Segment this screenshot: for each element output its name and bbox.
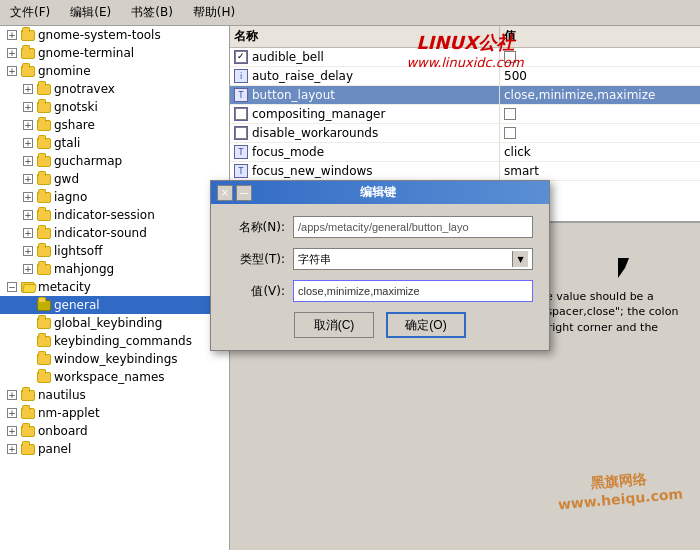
expander-metacity[interactable]: − [4,279,20,295]
folder-icon-general [36,297,52,313]
tree-item-gshare[interactable]: + gshare [0,116,229,134]
tree-item-gtali[interactable]: + gtali [0,134,229,152]
tree-item-general[interactable]: general [0,296,229,314]
row-name-text: focus_new_windows [252,164,373,178]
tree-label: window_keybindings [54,352,178,366]
tree-label: gnotski [54,100,98,114]
tree-label: general [54,298,100,312]
expander-gnome-terminal[interactable]: + [4,45,20,61]
menubar: 文件(F) 编辑(E) 书签(B) 帮助(H) [0,0,700,26]
tree-label: gnotravex [54,82,115,96]
tree-item-window-keybindings[interactable]: window_keybindings [0,350,229,368]
dialog-name-input[interactable] [293,216,533,238]
tree-label: keybinding_commands [54,334,192,348]
tree-label: indicator-session [54,208,155,222]
row-cell-name: T button_layout [230,86,500,104]
menu-bookmarks[interactable]: 书签(B) [125,2,179,23]
menu-edit[interactable]: 编辑(E) [64,2,117,23]
dialog-type-label: 类型(T): [227,251,285,268]
tree-item-lightsoff[interactable]: + lightsoff [0,242,229,260]
dialog-minimize-button[interactable]: — [236,185,252,201]
tree-item-gnomine[interactable]: + gnomine [0,62,229,80]
tree-item-panel[interactable]: + panel [0,440,229,458]
expander-keybinding-commands [20,333,36,349]
table-row[interactable]: disable_workarounds [230,124,700,143]
row-cell-value: close,minimize,maximize [500,86,700,104]
folder-icon-nautilus [20,387,36,403]
row-cell-value: smart [500,162,700,180]
folder-icon-onboard [20,423,36,439]
tree-item-gucharmap[interactable]: + gucharmap [0,152,229,170]
dialog-value-input[interactable] [293,280,533,302]
tree-item-workspace-names[interactable]: workspace_names [0,368,229,386]
row-icon [234,126,248,140]
folder-icon-panel [20,441,36,457]
expander-iagno[interactable]: + [20,189,36,205]
expander-lightsoff[interactable]: + [20,243,36,259]
tree-item-gnotski[interactable]: + gnotski [0,98,229,116]
table-row[interactable]: audible_bell [230,48,700,67]
folder-open-icon-metacity [20,279,36,295]
table-row[interactable]: T focus_new_windows smart [230,162,700,181]
menu-file[interactable]: 文件(F) [4,2,56,23]
tree-item-nautilus[interactable]: + nautilus [0,386,229,404]
table-row[interactable]: T focus_mode click [230,143,700,162]
tree-label: gnome-terminal [38,46,134,60]
row-cell-value [500,49,700,65]
tree-item-onboard[interactable]: + onboard [0,422,229,440]
dialog-content: 名称(N): 类型(T): 字符串 ▼ 值(V): 取消(C) 确定(O) [211,204,549,350]
tree-item-gnotravex[interactable]: + gnotravex [0,80,229,98]
tree-item-gnome-terminal[interactable]: + gnome-terminal [0,44,229,62]
menu-help[interactable]: 帮助(H) [187,2,241,23]
expander-nautilus[interactable]: + [4,387,20,403]
row-cell-value [500,125,700,141]
tree-item-gnome-system-tools[interactable]: + gnome-system-tools [0,26,229,44]
tree-item-metacity[interactable]: − metacity [0,278,229,296]
expander-mahjongg[interactable]: + [20,261,36,277]
table-row[interactable]: compositing_manager [230,105,700,124]
row-name-text: auto_raise_delay [252,69,353,83]
expander-general [20,297,36,313]
table-row[interactable]: i auto_raise_delay 500 [230,67,700,86]
expander-nm-applet[interactable]: + [4,405,20,421]
expander-indicator-sound[interactable]: + [20,225,36,241]
dropdown-arrow-icon: ▼ [512,251,528,267]
expander-indicator-session[interactable]: + [20,207,36,223]
expander-panel[interactable]: + [4,441,20,457]
tree-item-indicator-sound[interactable]: + indicator-sound [0,224,229,242]
tree-item-keybinding-commands[interactable]: keybinding_commands [0,332,229,350]
expander-workspace-names [20,369,36,385]
tree-label: gnome-system-tools [38,28,161,42]
expander-gtali[interactable]: + [20,135,36,151]
expander-gwd[interactable]: + [20,171,36,187]
tree-item-global-keybinding[interactable]: global_keybinding [0,314,229,332]
dialog-type-select[interactable]: 字符串 ▼ [293,248,533,270]
tree-item-gwd[interactable]: + gwd [0,170,229,188]
folder-icon-lightsoff [36,243,52,259]
expander-gshare[interactable]: + [20,117,36,133]
expander-gnotski[interactable]: + [20,99,36,115]
edit-key-dialog: × — 编辑键 名称(N): 类型(T): 字符串 ▼ [210,180,550,351]
folder-icon-gshare [36,117,52,133]
tree-item-iagno[interactable]: + iagno [0,188,229,206]
dialog-close-button[interactable]: × [217,185,233,201]
dialog-ok-button[interactable]: 确定(O) [386,312,466,338]
tree-item-nm-applet[interactable]: + nm-applet [0,404,229,422]
left-panel-tree: + gnome-system-tools + gnome-terminal + … [0,26,230,550]
expander-onboard[interactable]: + [4,423,20,439]
expander-gucharmap[interactable]: + [20,153,36,169]
folder-icon-gnome-terminal [20,45,36,61]
dialog-cancel-button[interactable]: 取消(C) [294,312,374,338]
row-cell-name: i auto_raise_delay [230,67,500,85]
tree-item-indicator-session[interactable]: + indicator-session [0,206,229,224]
row-icon: T [234,164,248,178]
expander-gnotravex[interactable]: + [20,81,36,97]
expander-window-keybindings [20,351,36,367]
checkbox [235,51,247,63]
expander-gnome-system-tools[interactable]: + [4,27,20,43]
table-row-button-layout[interactable]: T button_layout close,minimize,maximize [230,86,700,105]
expander-gnomine[interactable]: + [4,63,20,79]
folder-icon-iagno [36,189,52,205]
folder-icon-gnotski [36,99,52,115]
tree-item-mahjongg[interactable]: + mahjongg [0,260,229,278]
